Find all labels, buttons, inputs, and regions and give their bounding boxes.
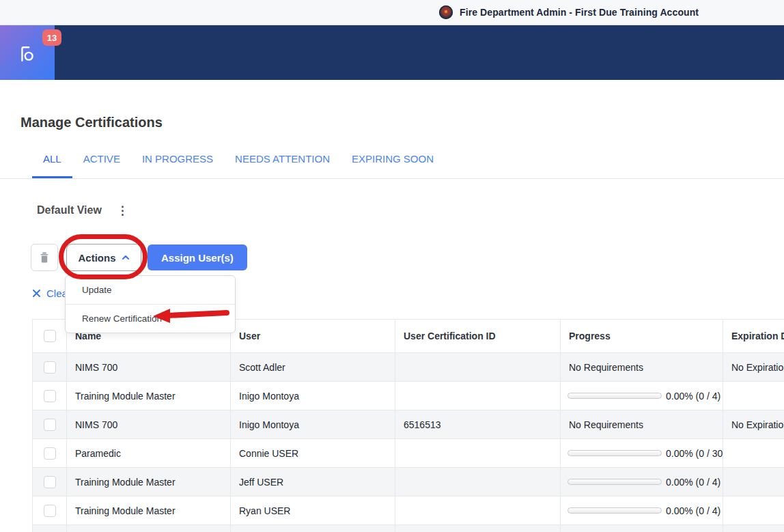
cell-name: Training Module Master	[67, 496, 231, 524]
cell-name: NIMS 700	[67, 410, 231, 438]
header-user: User	[231, 320, 395, 352]
progress-bar	[568, 393, 662, 399]
cell-cert-id	[395, 468, 561, 496]
cell-name: NIMS 700	[67, 353, 231, 381]
top-account-bar: Fire Department Admin - First Due Traini…	[0, 0, 784, 25]
page-title: Manage Certifications	[20, 115, 784, 129]
cell-progress: 0.00% (0 / 4)	[561, 382, 723, 410]
cell-progress: 0.00% (0 / 30)	[561, 439, 723, 467]
cell-cert-id: 6516513	[395, 410, 561, 438]
header-progress: Progress	[561, 320, 723, 352]
progress-bar	[568, 479, 662, 485]
menu-item-renew-certification[interactable]: Renew Certification	[66, 304, 235, 333]
row-checkbox[interactable]	[44, 447, 56, 460]
cell-user: Connie USER	[231, 439, 395, 467]
first-due-logo-icon	[18, 45, 36, 63]
cell-user: Jeff USER	[231, 468, 395, 496]
cell-cert-id	[395, 382, 561, 410]
select-all-checkbox[interactable]	[44, 330, 56, 342]
main-nav-bar: 13	[0, 25, 784, 80]
tab-all[interactable]: ALL	[32, 153, 72, 178]
cell-cert-id	[395, 353, 561, 381]
view-bar: Default View ⋮	[37, 204, 784, 217]
close-icon	[32, 289, 41, 298]
cell-expiration	[723, 496, 784, 524]
delete-button[interactable]	[31, 244, 58, 271]
notification-count-badge: 13	[42, 29, 61, 46]
table-row: NIMS 700 Scott Adler No Requirements No …	[33, 353, 784, 382]
table-row: Paramedic Connie USER 0.00% (0 / 30)	[33, 439, 784, 468]
progress-label: 0.00% (0 / 30)	[666, 448, 723, 459]
table-row: Training Module Master Jeff USER 0.00% (…	[33, 468, 784, 496]
cell-user: Inigo Montoya	[231, 410, 395, 438]
tab-expiring-soon[interactable]: EXPIRING SOON	[341, 153, 445, 178]
table-row: Training Module Master Inigo Montoya 0.0…	[33, 382, 784, 410]
cell-expiration	[723, 439, 784, 467]
cell-cert-id	[395, 496, 561, 524]
cell-progress: No Requirements	[561, 353, 723, 381]
row-checkbox[interactable]	[44, 505, 56, 517]
actions-button[interactable]: Actions	[66, 244, 141, 271]
cell-progress: 0.00% (0 / 4)	[561, 496, 723, 524]
clear-filters-link[interactable]: Clea	[32, 288, 68, 299]
cell-progress: No Requirements	[561, 410, 723, 438]
progress-bar	[568, 450, 662, 456]
tab-active[interactable]: ACTIVE	[72, 153, 131, 178]
account-title: Fire Department Admin - First Due Traini…	[460, 7, 699, 18]
cell-expiration	[723, 468, 784, 496]
row-checkbox[interactable]	[44, 476, 56, 488]
tab-in-progress[interactable]: IN PROGRESS	[131, 153, 224, 178]
row-checkbox[interactable]	[44, 361, 56, 374]
header-cert-id: User Certification ID	[395, 320, 561, 352]
table-row: NIMS 700 Inigo Montoya 6516513 No Requir…	[33, 410, 784, 439]
cell-user: Ryan USER	[231, 496, 395, 524]
certification-tabs: ALL ACTIVE IN PROGRESS NEEDS ATTENTION E…	[0, 153, 784, 179]
cell-cert-id	[395, 439, 561, 467]
table-row: Training Module Master Ryan USER 0.00% (…	[33, 496, 784, 525]
cell-user: Scott Adler	[231, 353, 395, 381]
account-switcher[interactable]: Fire Department Admin - First Due Traini…	[439, 0, 699, 25]
cell-expiration	[723, 382, 784, 410]
cell-name: Training Module Master	[67, 468, 231, 496]
fire-department-badge-icon	[439, 5, 453, 19]
first-due-logo[interactable]: 13	[0, 25, 55, 80]
cell-expiration: No Expiration	[723, 410, 784, 438]
cell-name: Paramedic	[67, 439, 231, 467]
row-checkbox[interactable]	[44, 390, 56, 402]
actions-dropdown-menu: Update Renew Certification	[65, 275, 236, 333]
header-expiration: Expiration Date	[723, 320, 784, 352]
cell-progress: 0.00% (0 / 4)	[561, 468, 723, 496]
trash-icon	[40, 252, 49, 263]
cell-expiration: No Expiration	[723, 353, 784, 381]
cell-user: Inigo Montoya	[231, 382, 395, 410]
progress-bar	[568, 507, 662, 514]
table-row-partial	[33, 525, 784, 532]
progress-label: 0.00% (0 / 4)	[666, 477, 720, 488]
assign-users-button[interactable]: Assign User(s)	[148, 244, 247, 270]
progress-label: 0.00% (0 / 4)	[666, 505, 720, 516]
chevron-up-icon	[122, 255, 130, 260]
view-options-kebab-icon[interactable]: ⋮	[117, 205, 128, 216]
cell-name: Training Module Master	[67, 382, 231, 410]
certifications-table: Name User User Certification ID Progress…	[32, 319, 784, 532]
toolbar: Actions Assign User(s)	[31, 244, 784, 271]
row-checkbox[interactable]	[44, 419, 56, 431]
view-name: Default View	[37, 204, 102, 216]
tab-needs-attention[interactable]: NEEDS ATTENTION	[224, 153, 341, 178]
menu-item-update[interactable]: Update	[66, 276, 235, 304]
actions-button-label: Actions	[78, 252, 115, 264]
progress-label: 0.00% (0 / 4)	[666, 391, 720, 402]
